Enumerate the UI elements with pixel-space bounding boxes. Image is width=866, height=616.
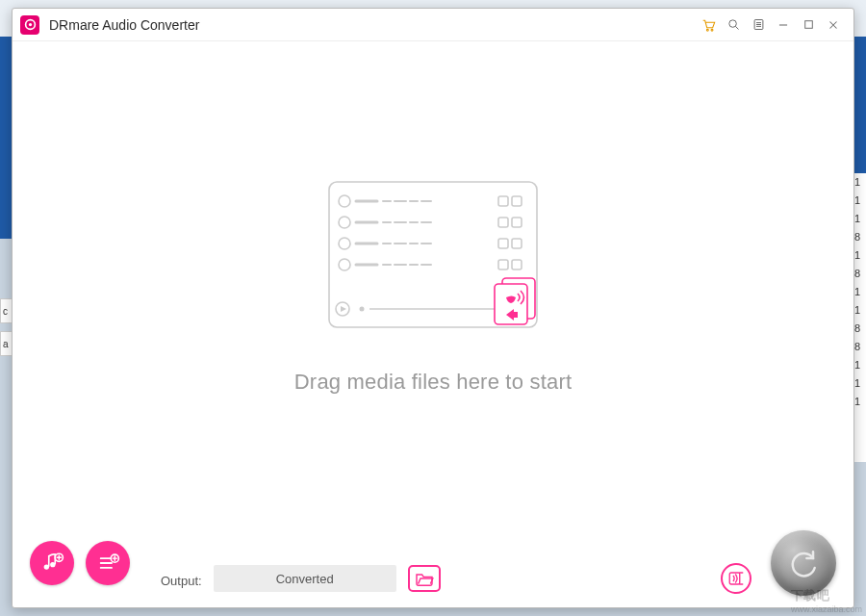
- svg-point-21: [360, 306, 365, 311]
- svg-point-2: [706, 29, 708, 31]
- add-music-button[interactable]: [30, 541, 74, 585]
- svg-rect-16: [512, 239, 522, 248]
- svg-rect-6: [804, 21, 812, 29]
- maximize-icon[interactable]: [796, 13, 821, 38]
- output-label: Output:: [161, 574, 202, 588]
- svg-rect-12: [498, 218, 508, 227]
- svg-rect-9: [498, 196, 508, 206]
- add-playlist-button[interactable]: [86, 541, 130, 585]
- svg-point-8: [339, 195, 350, 207]
- minimize-icon[interactable]: [771, 13, 796, 38]
- titlebar: DRmare Audio Converter: [13, 9, 853, 41]
- svg-point-4: [728, 20, 736, 28]
- svg-point-26: [50, 562, 55, 567]
- svg-rect-10: [512, 196, 522, 206]
- svg-point-3: [711, 29, 713, 31]
- search-icon[interactable]: [721, 13, 746, 38]
- drop-illustration-icon: [327, 180, 539, 329]
- cart-icon[interactable]: [696, 13, 721, 38]
- svg-rect-13: [512, 218, 522, 227]
- format-settings-button[interactable]: [721, 563, 751, 594]
- open-output-folder-button[interactable]: [408, 565, 441, 592]
- svg-point-17: [339, 259, 350, 270]
- svg-rect-15: [498, 239, 508, 248]
- output-folder-value: Converted: [276, 572, 334, 586]
- svg-point-1: [28, 23, 31, 26]
- app-window: DRmare Audio Converter: [12, 8, 854, 608]
- convert-button[interactable]: [771, 530, 836, 596]
- close-icon[interactable]: [821, 13, 846, 38]
- svg-point-14: [339, 238, 350, 249]
- app-logo-icon: [20, 15, 39, 35]
- svg-point-11: [339, 217, 350, 228]
- svg-point-25: [44, 564, 49, 569]
- svg-rect-19: [512, 260, 522, 270]
- svg-rect-18: [498, 260, 508, 270]
- bottom-bar: Output: Converted: [13, 532, 853, 607]
- output-folder-field[interactable]: Converted: [214, 565, 396, 592]
- drop-area[interactable]: Drag media files here to start: [13, 41, 853, 532]
- drop-text: Drag media files here to start: [294, 370, 572, 395]
- app-title: DRmare Audio Converter: [49, 17, 199, 33]
- menu-icon[interactable]: [746, 13, 771, 38]
